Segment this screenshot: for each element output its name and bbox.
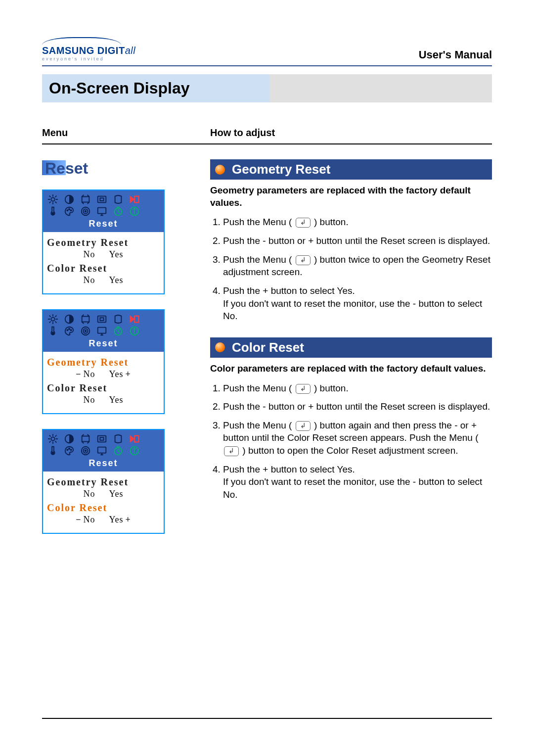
position-icon — [96, 433, 108, 444]
brightness-icon — [47, 314, 59, 325]
size-icon — [80, 314, 91, 325]
osd-no: No — [83, 249, 95, 260]
svg-rect-62 — [100, 437, 103, 440]
timer-icon — [112, 206, 124, 217]
geometry-step-3: Push the Menu ( ) button twice to open t… — [223, 253, 492, 279]
menu-button-icon — [296, 384, 311, 394]
geometry-step-4: Push the + button to select Yes.If you d… — [223, 284, 492, 323]
moire-icon — [80, 445, 91, 456]
geometry-icon — [112, 433, 124, 444]
recall-icon — [129, 194, 140, 205]
svg-line-55 — [49, 435, 50, 436]
osd-reset-label: Reset — [46, 458, 161, 469]
svg-point-70 — [85, 450, 87, 452]
svg-rect-46 — [98, 328, 106, 333]
svg-line-5 — [49, 196, 50, 197]
color-desc: Color parameters are replaced with the f… — [210, 363, 492, 375]
brand-suffix: all — [125, 45, 136, 56]
osd-geometry-label: Geometry Reset — [47, 476, 160, 488]
columns-rule — [42, 143, 492, 144]
svg-point-15 — [67, 210, 68, 211]
size-icon — [80, 433, 91, 444]
svg-point-14 — [52, 213, 54, 215]
svg-line-57 — [49, 441, 50, 442]
svg-point-66 — [69, 448, 70, 449]
screen-icon — [96, 326, 108, 336]
menu-button-icon — [224, 446, 239, 456]
section-title: On-Screen Display — [42, 74, 269, 102]
svg-point-45 — [85, 331, 87, 332]
osd-panel-neutral: Reset Geometry Reset No Yes Color Reset … — [42, 189, 165, 294]
osd-panel-geometry: Reset Geometry Reset −No Yes+ Color Rese… — [42, 309, 165, 414]
svg-rect-63 — [134, 436, 138, 442]
geometry-desc: Geometry parameters are replaced with th… — [210, 185, 492, 209]
color-reset-header: Color Reset — [210, 337, 492, 358]
moire-icon — [80, 206, 91, 217]
size-icon — [80, 194, 91, 205]
contrast-icon — [63, 314, 75, 325]
minus-indicator: − — [74, 515, 83, 524]
svg-rect-21 — [98, 208, 106, 214]
osd-color-options: No Yes — [47, 395, 160, 405]
timer-icon — [112, 445, 124, 456]
position-icon — [96, 314, 108, 325]
svg-line-56 — [55, 441, 56, 442]
osd-geometry-label: Geometry Reset — [47, 237, 160, 248]
menu-button-icon — [296, 218, 311, 228]
svg-point-68 — [82, 447, 90, 455]
svg-point-25 — [51, 317, 54, 321]
menu-button-icon — [296, 255, 311, 265]
header-rule — [42, 65, 492, 66]
svg-rect-38 — [134, 316, 138, 323]
geometry-step-1: Push the Menu ( ) button. — [223, 216, 492, 229]
timer-icon — [112, 326, 124, 336]
palette-icon — [63, 326, 75, 336]
svg-line-8 — [55, 196, 56, 197]
osd-color-label: Color Reset — [47, 263, 160, 274]
col-howto: How to adjust — [210, 127, 492, 139]
svg-point-41 — [69, 329, 70, 330]
brightness-icon — [47, 433, 59, 444]
color-step-3: Push the Menu ( ) button again and then … — [223, 419, 492, 457]
recall-icon — [129, 314, 140, 325]
svg-point-65 — [67, 449, 68, 450]
svg-point-17 — [71, 210, 72, 211]
osd-color-label-selected: Color Reset — [47, 502, 160, 514]
svg-point-50 — [51, 437, 54, 440]
info-icon — [129, 206, 140, 217]
info-icon — [129, 445, 140, 456]
info-icon — [129, 326, 140, 336]
svg-point-19 — [83, 209, 88, 213]
svg-point-74 — [134, 448, 135, 449]
color-steps: Push the Menu ( ) button. Push the - but… — [210, 382, 492, 501]
svg-line-31 — [55, 322, 56, 323]
svg-point-42 — [71, 330, 72, 331]
bullet-icon — [215, 342, 225, 352]
plus-indicator: + — [124, 515, 133, 524]
plus-indicator: + — [124, 369, 133, 379]
osd-color-options: No Yes — [47, 275, 160, 285]
svg-point-24 — [134, 209, 135, 210]
palette-icon — [63, 206, 75, 217]
geometry-reset-header: Geometry Reset — [210, 159, 492, 180]
screen-icon — [96, 445, 108, 456]
osd-geometry-options-selected: −No Yes+ — [47, 369, 160, 379]
bullet-icon — [215, 165, 225, 175]
recall-icon — [129, 433, 140, 444]
svg-point-64 — [52, 452, 54, 454]
color-step-1: Push the Menu ( ) button. — [223, 382, 492, 395]
svg-line-33 — [55, 316, 56, 317]
geometry-icon — [112, 194, 124, 205]
contrast-icon — [63, 433, 75, 444]
svg-point-44 — [83, 329, 88, 333]
osd-panel-color: Reset Geometry Reset No Yes Color Reset … — [42, 429, 165, 534]
svg-point-49 — [134, 329, 135, 330]
menu-button-icon — [296, 421, 311, 431]
svg-line-30 — [49, 316, 50, 317]
palette-icon — [63, 445, 75, 456]
brand-tagline: everyone's invited — [42, 56, 135, 61]
osd-geometry-options: No Yes — [47, 249, 160, 260]
osd-color-options-selected: −No Yes+ — [47, 515, 160, 525]
svg-rect-61 — [98, 436, 106, 442]
svg-rect-12 — [100, 198, 103, 201]
